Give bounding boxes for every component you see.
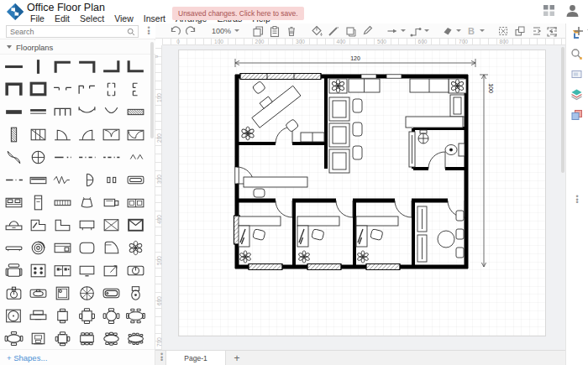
shape-coffee-table[interactable] bbox=[2, 237, 26, 259]
shape-dashed-wall-3[interactable] bbox=[99, 146, 123, 169]
shape-wall-corner-opening[interactable] bbox=[75, 78, 99, 101]
shape-curved-wall-s[interactable] bbox=[2, 146, 26, 169]
menu-edit[interactable]: Edit bbox=[50, 13, 75, 23]
shape-wall-double[interactable] bbox=[26, 101, 50, 123]
more-shapes-link[interactable]: + Shapes... bbox=[7, 353, 47, 362]
outline-icon[interactable] bbox=[570, 68, 585, 82]
menu-file[interactable]: File bbox=[25, 13, 50, 23]
enter-group-icon[interactable] bbox=[529, 23, 544, 39]
shape-table-4-chairs[interactable] bbox=[75, 305, 99, 327]
floorplan-drawing[interactable]: 120 100 bbox=[227, 51, 496, 278]
panel-drag-handle[interactable]: ••• bbox=[575, 196, 579, 205]
shape-wardrobe[interactable] bbox=[26, 191, 50, 214]
menu-select[interactable]: Select bbox=[75, 13, 109, 23]
shape-whiteboard[interactable] bbox=[75, 214, 99, 237]
shape-wall-openings-vertical[interactable] bbox=[99, 78, 123, 101]
shape-dash-dot-wall[interactable] bbox=[2, 169, 26, 191]
shape-sideboard[interactable] bbox=[50, 191, 75, 214]
shape-sink[interactable] bbox=[2, 282, 26, 305]
shape-window-frame[interactable] bbox=[123, 191, 148, 214]
shape-stove[interactable] bbox=[26, 259, 50, 282]
diagram-canvas[interactable]: 0100200300400500600700800 01002003004005… bbox=[155, 39, 565, 350]
page-tab[interactable]: Page-1 bbox=[165, 351, 226, 365]
shape-piano[interactable] bbox=[99, 237, 123, 259]
paste-icon[interactable] bbox=[267, 23, 282, 39]
insert-icon[interactable] bbox=[571, 23, 588, 39]
shape-double-door-2[interactable] bbox=[123, 123, 148, 146]
shape-bathtub[interactable] bbox=[99, 282, 123, 305]
shape-square-table-4-chairs[interactable] bbox=[50, 327, 75, 350]
shape-round-table-4-chairs[interactable] bbox=[99, 305, 123, 327]
shape-ceiling-fan[interactable] bbox=[26, 237, 50, 259]
shape-envelope-closure[interactable] bbox=[123, 214, 148, 237]
zoom-dropdown[interactable]: 100% bbox=[209, 26, 240, 36]
shape-crenellation-wall[interactable] bbox=[50, 101, 75, 123]
search-box[interactable] bbox=[6, 25, 139, 38]
menu-insert[interactable]: Insert bbox=[139, 13, 171, 23]
shape-wall-thick[interactable] bbox=[2, 101, 26, 123]
shape-door-reverse[interactable] bbox=[75, 123, 99, 146]
to-front-icon[interactable] bbox=[512, 23, 528, 39]
account-icon[interactable] bbox=[565, 3, 580, 21]
shape-dashed-wall[interactable] bbox=[50, 146, 75, 169]
shape-crossed-box[interactable] bbox=[99, 214, 123, 237]
unsaved-changes-banner[interactable]: Unsaved changes. Click here to save. bbox=[172, 7, 304, 20]
shape-fill-icon[interactable] bbox=[440, 23, 462, 39]
shape-desk-with-drawers[interactable] bbox=[50, 237, 75, 259]
delete-icon[interactable] bbox=[284, 23, 299, 39]
shape-door[interactable] bbox=[50, 123, 75, 146]
shape-stool[interactable] bbox=[75, 237, 99, 259]
select-all-icon[interactable] bbox=[496, 23, 511, 39]
shape-laundry-basket[interactable] bbox=[75, 191, 99, 214]
shape-range-with-arrow[interactable] bbox=[99, 259, 123, 282]
shape-flat-tv[interactable] bbox=[75, 259, 99, 282]
shadow-icon[interactable] bbox=[343, 23, 358, 39]
shape-toilet[interactable] bbox=[123, 282, 148, 305]
shape-corner-desk-2[interactable] bbox=[50, 214, 75, 237]
shape-office-chair[interactable] bbox=[2, 259, 26, 282]
shape-vent-marks[interactable] bbox=[123, 146, 148, 169]
shape-spiral-staircase[interactable] bbox=[75, 282, 99, 305]
shape-wall-corner-se[interactable] bbox=[99, 55, 123, 78]
shape-wall-corner-nw[interactable] bbox=[50, 55, 75, 78]
shape-plant[interactable] bbox=[123, 237, 148, 259]
shape-oval-table-8-chairs[interactable] bbox=[123, 327, 148, 350]
section-floorplans[interactable]: Floorplans bbox=[0, 40, 155, 55]
shape-wall-u[interactable] bbox=[2, 78, 26, 101]
shape-stairs[interactable] bbox=[26, 123, 50, 146]
shape-conference-table[interactable] bbox=[123, 305, 148, 327]
shape-wall-corner-sw[interactable] bbox=[123, 55, 148, 78]
shape-bench[interactable] bbox=[26, 169, 50, 191]
format-painter-icon[interactable] bbox=[360, 23, 375, 39]
shape-printer[interactable] bbox=[26, 327, 50, 350]
redo-icon[interactable] bbox=[184, 23, 199, 39]
shape-dashed-wall-2[interactable] bbox=[75, 146, 99, 169]
shape-flexible-wall[interactable] bbox=[50, 169, 75, 191]
shape-table-6-chairs[interactable] bbox=[75, 327, 99, 350]
sidebar-scrollbar[interactable] bbox=[150, 42, 154, 138]
shape-window-horizontal[interactable] bbox=[123, 101, 148, 123]
shape-table-2-chairs[interactable] bbox=[50, 305, 75, 327]
shape-room[interactable] bbox=[26, 78, 50, 101]
fit-page-icon[interactable] bbox=[544, 24, 559, 39]
shape-tv-console[interactable] bbox=[99, 191, 123, 214]
shape-turntable[interactable] bbox=[2, 305, 26, 327]
shape-shower[interactable] bbox=[50, 282, 75, 305]
canvas-scrollbar[interactable] bbox=[561, 47, 564, 173]
layers-icon[interactable] bbox=[570, 108, 585, 123]
shape-curved-wall-2[interactable] bbox=[99, 101, 123, 123]
shape-sink-2[interactable] bbox=[26, 282, 50, 305]
shape-corner-desk[interactable] bbox=[26, 214, 50, 237]
shape-wall-corner-ne[interactable] bbox=[75, 55, 99, 78]
search-icon[interactable] bbox=[127, 28, 138, 36]
search-input[interactable] bbox=[7, 28, 127, 36]
copy-icon[interactable] bbox=[250, 23, 265, 39]
bold-icon[interactable]: B bbox=[464, 23, 486, 39]
apps-grid-icon[interactable] bbox=[543, 4, 555, 20]
pages-drag-handle[interactable]: ••• bbox=[155, 351, 165, 365]
shape-dresser[interactable] bbox=[2, 191, 26, 214]
shape-oval-table-4-chairs[interactable] bbox=[2, 327, 26, 350]
shape-copier[interactable] bbox=[2, 214, 26, 237]
shape-wall-opening[interactable] bbox=[50, 78, 75, 101]
line-color-icon[interactable] bbox=[326, 23, 341, 39]
